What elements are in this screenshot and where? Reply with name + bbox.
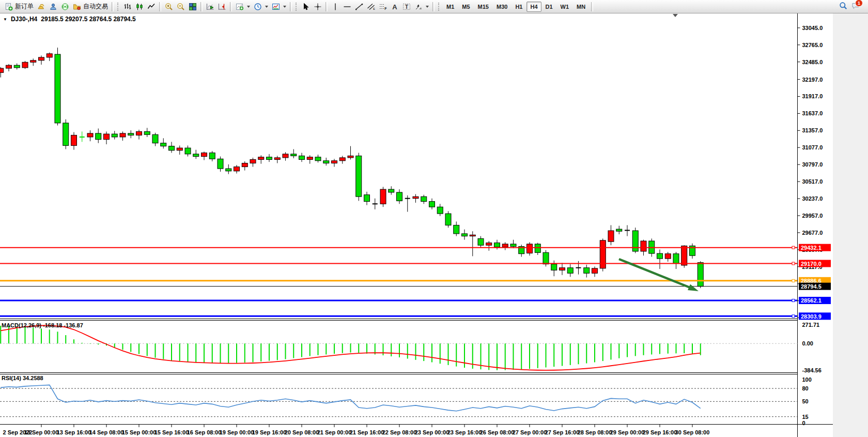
arrows-button[interactable] <box>413 2 430 12</box>
time-tick-label: 29 Sep 16:00 <box>643 429 677 435</box>
time-tick-label: 22 Sep 08:00 <box>382 429 417 435</box>
up-candle <box>527 244 533 253</box>
down-candle <box>673 254 679 264</box>
timeframe-h4-button[interactable]: H4 <box>526 2 541 12</box>
timeframe-h1-button[interactable]: H1 <box>512 2 526 12</box>
up-candle <box>30 61 36 63</box>
up-candle <box>71 135 77 145</box>
up-candle <box>258 157 264 160</box>
market-watch-button[interactable] <box>36 2 47 12</box>
timeframe-m30-button[interactable]: M30 <box>493 2 511 12</box>
new-order-button[interactable]: 新订单 <box>3 2 35 12</box>
down-candle <box>144 131 150 134</box>
down-candle <box>389 189 394 192</box>
new-order-button-label: 新订单 <box>15 2 34 11</box>
down-candle <box>152 134 158 143</box>
trendline-button[interactable] <box>353 2 365 12</box>
toolbar-drag-handle[interactable] <box>296 3 298 11</box>
tile-windows-icon <box>189 3 197 11</box>
price-tick-label: 31357.0 <box>802 127 823 133</box>
zoom-out-button[interactable] <box>175 2 187 12</box>
down-candle <box>364 195 370 202</box>
price-tick-label: 33045.0 <box>802 25 823 31</box>
zoom-out-icon <box>177 3 185 11</box>
up-candle <box>413 197 419 199</box>
timeframe-m5-button[interactable]: M5 <box>458 2 473 12</box>
rsi-values: 34.2588 <box>23 375 43 381</box>
fibonacci-button[interactable]: F <box>377 2 389 12</box>
rsi-indicator-label: RSI(14) 34.2588 <box>2 375 43 381</box>
time-tick-label: 15 Sep 16:00 <box>154 429 189 435</box>
timeframe-w1-button[interactable]: W1 <box>557 2 573 12</box>
time-tick-label: 16 Sep 08:00 <box>187 429 222 435</box>
toolbar-separator <box>230 2 232 11</box>
up-candle <box>348 156 353 158</box>
down-candle <box>567 268 573 274</box>
down-candle <box>510 244 516 247</box>
line-handle[interactable] <box>792 299 795 302</box>
toolbar-drag-handle[interactable] <box>117 3 120 11</box>
market-watch-icon <box>37 3 45 11</box>
up-candle <box>202 153 207 156</box>
timeframe-m15-button[interactable]: M15 <box>474 2 492 12</box>
line-handle[interactable] <box>792 262 795 265</box>
bar-chart-button[interactable] <box>122 2 133 12</box>
symbol-ohlc: 29185.5 29207.5 28764.5 28794.5 <box>41 16 136 23</box>
chart-shift-button[interactable] <box>216 2 228 12</box>
auto-scroll-icon <box>206 3 214 11</box>
text-label-button[interactable]: T <box>401 2 412 12</box>
up-candle <box>307 157 313 160</box>
time-tick-label: 19 Sep 16:00 <box>252 429 287 435</box>
time-tick-label: 15 Sep 00:00 <box>122 429 157 435</box>
line-handle[interactable] <box>792 246 795 249</box>
line-chart-icon <box>147 3 156 11</box>
up-candle <box>283 154 288 158</box>
line-handle[interactable] <box>792 315 795 318</box>
search-button[interactable] <box>839 2 847 12</box>
periods-button[interactable] <box>252 2 270 12</box>
svg-text:A: A <box>392 3 397 10</box>
symbol-collapse-icon[interactable]: ▼ <box>3 17 7 22</box>
navigator-button[interactable] <box>59 2 71 12</box>
crosshair-button[interactable] <box>312 2 323 12</box>
autotrade-button[interactable]: 自动交易 <box>71 2 110 12</box>
svg-text:E: E <box>373 7 375 10</box>
toolbar-drag-handle[interactable] <box>438 3 441 11</box>
up-candle <box>502 244 508 247</box>
text-button[interactable]: A <box>389 2 400 12</box>
tile-windows-button[interactable] <box>187 2 198 12</box>
auto-scroll-button[interactable] <box>205 2 216 12</box>
equidistant-channel-button[interactable]: E <box>365 2 377 12</box>
line-chart-button[interactable] <box>146 2 157 12</box>
time-tick-label: 27 Sep 16:00 <box>545 429 580 435</box>
main-toolbar: 新订单自动交易EFATM1M5M15M30H1H4D1W1MN1 <box>0 0 868 13</box>
zoom-in-button[interactable] <box>163 2 175 12</box>
chart-shift-icon <box>218 3 226 11</box>
up-candle <box>560 268 565 270</box>
horizontal-line-button[interactable] <box>342 2 353 12</box>
macd-values: -168.18 -136.87 <box>43 322 83 328</box>
price-tick-label: 29957.0 <box>802 213 823 219</box>
timeframe-m1-button[interactable]: M1 <box>443 2 458 12</box>
up-candle <box>104 134 110 140</box>
down-candle <box>169 146 175 150</box>
down-candle <box>291 154 297 156</box>
vertical-line-button[interactable] <box>330 2 341 12</box>
down-candle <box>698 263 703 287</box>
line-handle[interactable] <box>792 279 795 282</box>
text-icon: A <box>391 3 399 11</box>
cursor-button[interactable] <box>300 2 312 12</box>
indicators-button[interactable] <box>234 2 252 12</box>
macd-scale-label: 0.00 <box>802 340 813 346</box>
toolbar-separator <box>159 2 161 11</box>
notifications-button[interactable]: 1 <box>851 2 860 12</box>
chart-window[interactable]: 33045.032765.032485.032197.031917.031637… <box>0 0 868 437</box>
dropdown-caret-icon <box>265 6 268 8</box>
timeframe-mn-button[interactable]: MN <box>573 2 589 12</box>
candlestick-chart-button[interactable] <box>134 2 145 12</box>
templates-button[interactable] <box>270 2 288 12</box>
time-tick-label: 21 Sep 16:00 <box>350 429 384 435</box>
timeframe-d1-button[interactable]: D1 <box>542 2 556 12</box>
down-candle <box>356 156 362 197</box>
data-window-button[interactable] <box>48 2 59 12</box>
